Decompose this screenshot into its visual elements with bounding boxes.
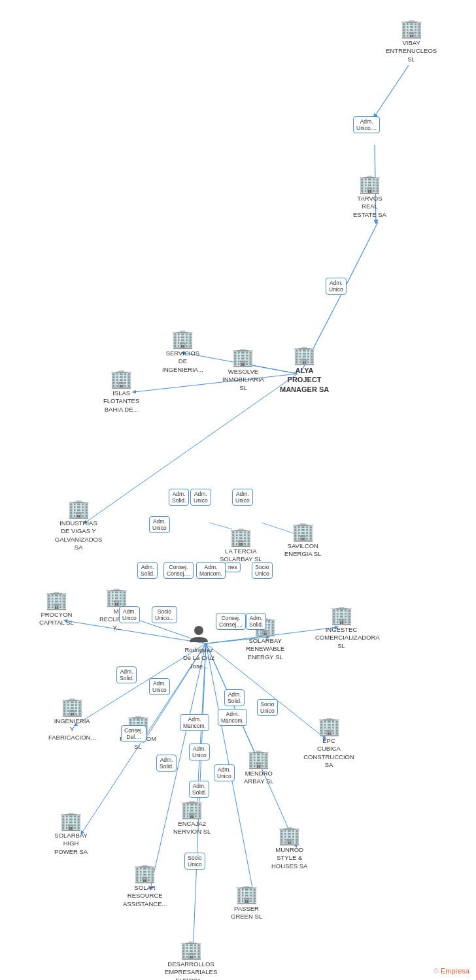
company-label-latercia: LA TERCIASOLARBAY SL [220, 547, 262, 564]
role-badge-27[interactable]: Adm.Mancom. [218, 709, 247, 726]
role-badge-8[interactable]: Consej.Consej.... [163, 562, 194, 579]
role-badge-16[interactable]: Adm.Solid. [116, 666, 137, 683]
building-icon-ingestec: 🏢 [330, 606, 353, 625]
role-badge-26[interactable]: SocioUnico [184, 853, 205, 870]
role-badge-21[interactable]: Adm.Solid. [156, 755, 177, 772]
building-icon-epc: 🏢 [318, 717, 341, 736]
role-badge-15[interactable]: Adm.Solid. [246, 613, 266, 630]
company-label-wesolve: WESOLVEINMOBILIARIASL [222, 368, 264, 392]
company-label-alya: ALYAPROJECTMANAGER SA [280, 366, 329, 394]
company-label-ingestec: INGESTECCOMERCIALIZADORASL [315, 626, 367, 650]
role-badge-13[interactable]: SocioUnico... [152, 606, 177, 623]
company-label-encaja2: ENCAJA2NERVION SL [173, 820, 211, 836]
company-label-ingenieria: INGENIERIAYFABRICACION... [48, 717, 95, 742]
building-icon-procyon: 🏢 [45, 591, 68, 610]
svg-line-18 [206, 644, 296, 846]
watermark: © Empresa [434, 967, 469, 975]
role-badge-12[interactable]: Adm.Unico [119, 606, 140, 623]
company-label-desarrollos: DESARROLLOSEMPRESARIALESEUROPA... [165, 960, 217, 980]
company-solar-resource[interactable]: 🏢 SOLARRESOURCEASSISTANCE... [123, 864, 167, 908]
building-icon-wesolve: 🏢 [231, 348, 254, 367]
role-badge-7[interactable]: Adm.Solid. [137, 562, 158, 579]
building-icon-mendro: 🏢 [247, 750, 270, 768]
company-label-epc: EPCCUBICACONSTRUCCION SA [303, 737, 355, 769]
role-badge-3[interactable]: Adm.Solid. [169, 489, 189, 506]
company-label-savilcon: SAVILCONENERGIA SL [284, 542, 322, 559]
building-icon-mirecursos: 🏢 [105, 588, 128, 606]
company-savilcon[interactable]: 🏢 SAVILCONENERGIA SL [284, 523, 322, 559]
svg-point-24 [194, 626, 203, 635]
company-desarrollos[interactable]: 🏢 DESARROLLOSEMPRESARIALESEUROPA... [165, 941, 217, 980]
building-icon-servicios: 🏢 [171, 330, 194, 348]
company-munrod[interactable]: 🏢 MUNRODSTYLE &HOUSES SA [271, 826, 307, 870]
company-wesolve[interactable]: 🏢 WESOLVEINMOBILIARIASL [222, 348, 264, 392]
role-badge-1[interactable]: Adm.Unico.... [353, 116, 380, 133]
building-icon-solarbay-hp: 🏢 [60, 812, 82, 830]
company-ingestec[interactable]: 🏢 INGESTECCOMERCIALIZADORASL [315, 606, 367, 650]
role-badge-9[interactable]: Adm.Mancom. [196, 562, 226, 579]
building-icon-vibay: 🏢 [400, 20, 423, 38]
company-vibay[interactable]: 🏢 VIBAYENTRENUCLEOSSL [386, 20, 437, 63]
role-badge-25[interactable]: SocioUnico [257, 699, 278, 716]
building-icon-latercia: 🏢 [230, 528, 252, 546]
role-badge-19[interactable]: Adm.Mancom. [180, 714, 209, 731]
building-icon-industrias: 🏢 [67, 500, 90, 518]
role-badge-18[interactable]: Consej.Del.... [121, 725, 146, 742]
role-badge-11[interactable]: SocioUnico [252, 562, 273, 579]
building-icon-encaja2: 🏢 [180, 800, 203, 819]
role-badge-6[interactable]: Adm.Unico [232, 489, 253, 506]
role-badge-17[interactable]: Adm.Unico [149, 678, 170, 695]
svg-line-6 [134, 374, 298, 392]
building-icon-solar-resource: 🏢 [133, 864, 156, 883]
company-islas[interactable]: 🏢 ISLASFLOTANTESBAHIA DE... [103, 370, 139, 414]
building-icon-tarvos: 🏢 [358, 175, 381, 193]
role-badge-5[interactable]: Adm.Unico [190, 489, 211, 506]
company-label-munrod: MUNRODSTYLE &HOUSES SA [271, 846, 307, 870]
building-icon-alya: 🏢 [293, 346, 316, 365]
svg-line-2 [343, 222, 378, 291]
role-badge-2[interactable]: Adm.Unico [326, 278, 347, 295]
company-label-solar-resource: SOLARRESOURCEASSISTANCE... [123, 884, 167, 908]
company-industrias[interactable]: 🏢 INDUSTRIASDE VIGAS YGALVANIZADOS SA [52, 500, 105, 551]
role-badge-14[interactable]: Consej.Consej.... [216, 613, 246, 630]
company-passer[interactable]: 🏢 PASSERGREEN SL [231, 885, 262, 921]
company-alya[interactable]: 🏢 ALYAPROJECTMANAGER SA [280, 346, 329, 394]
company-latercia[interactable]: 🏢 LA TERCIASOLARBAY SL [220, 528, 262, 564]
building-icon-islas: 🏢 [110, 370, 133, 388]
company-ingenieria[interactable]: 🏢 INGENIERIAYFABRICACION... [48, 698, 95, 742]
building-icon-desarrollos: 🏢 [180, 941, 203, 959]
company-servicios[interactable]: 🏢 SERVICIOSDEINGENIERIA... [162, 330, 203, 374]
building-icon-savilcon: 🏢 [292, 523, 314, 541]
building-icon-ingenieria: 🏢 [61, 698, 84, 716]
svg-line-0 [375, 65, 409, 116]
company-procyon[interactable]: 🏢 PROCYONCAPITAL SL [39, 591, 74, 627]
company-label-vibay: VIBAYENTRENUCLEOSSL [386, 39, 437, 63]
person-icon-rodriguez [188, 624, 209, 645]
company-epc[interactable]: 🏢 EPCCUBICACONSTRUCCION SA [303, 717, 355, 769]
person-rodriguez[interactable]: RodriguezDe La CruzJose... [183, 624, 214, 670]
company-label-tarvos: TARVOSREALESTATE SA [353, 195, 386, 219]
role-badge-20[interactable]: Adm.Unico [189, 743, 210, 760]
company-label-procyon: PROCYONCAPITAL SL [39, 611, 74, 627]
company-label-solarbay-re: SOLARBAYRENEWABLEENERGY SL [246, 637, 284, 661]
building-icon-passer: 🏢 [235, 885, 258, 904]
role-badge-23[interactable]: Adm.Unico [214, 764, 235, 781]
role-badge-4[interactable]: Adm.Unico [149, 516, 170, 533]
company-tarvos[interactable]: 🏢 TARVOSREALESTATE SA [353, 175, 386, 219]
company-label-servicios: SERVICIOSDEINGENIERIA... [162, 350, 203, 374]
role-badge-24[interactable]: Adm.Solid. [224, 689, 245, 706]
building-icon-munrod: 🏢 [278, 826, 301, 845]
company-label-solarbay-hp: SOLARBAYHIGHPOWER SA [54, 832, 88, 856]
company-label-passer: PASSERGREEN SL [231, 905, 262, 921]
person-label-rodriguez: RodriguezDe La CruzJose... [183, 646, 214, 670]
company-label-mendro: MENDROARBAY SL [244, 770, 274, 786]
company-label-islas: ISLASFLOTANTESBAHIA DE... [103, 389, 139, 414]
watermark-brand: Empresa [441, 967, 469, 975]
role-badge-22[interactable]: Adm.Solid. [189, 781, 209, 798]
company-label-industrias: INDUSTRIASDE VIGAS YGALVANIZADOS SA [52, 519, 105, 551]
company-mendro[interactable]: 🏢 MENDROARBAY SL [244, 750, 274, 786]
company-encaja2[interactable]: 🏢 ENCAJA2NERVION SL [173, 800, 211, 836]
role-badge-10[interactable]: nes [225, 562, 241, 572]
company-solarbay-hp[interactable]: 🏢 SOLARBAYHIGHPOWER SA [54, 812, 88, 856]
